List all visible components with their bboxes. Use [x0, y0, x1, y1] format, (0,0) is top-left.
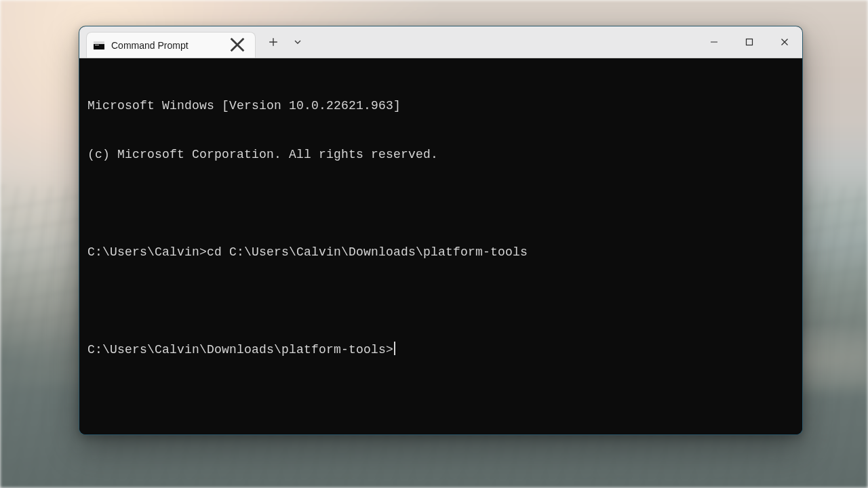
blank-line — [87, 293, 794, 309]
banner-line-2: (c) Microsoft Corporation. All rights re… — [87, 146, 794, 163]
tab-actions — [256, 26, 310, 58]
tab-command-prompt[interactable]: Command Prompt — [86, 32, 256, 58]
terminal-viewport[interactable]: Microsoft Windows [Version 10.0.22621.96… — [79, 58, 802, 434]
prompt-2: C:\Users\Calvin\Downloads\platform-tools… — [87, 343, 393, 357]
titlebar-drag-region[interactable] — [310, 26, 696, 58]
banner-line-1: Microsoft Windows [Version 10.0.22621.96… — [87, 98, 794, 114]
tab-dropdown-button[interactable] — [285, 26, 310, 58]
window-caption-buttons — [696, 26, 802, 58]
command-line-1: C:\Users\Calvin>cd C:\Users\Calvin\Downl… — [87, 244, 794, 260]
close-tab-icon[interactable] — [228, 35, 247, 56]
terminal-window: Command Prompt — [79, 26, 803, 435]
window-titlebar[interactable]: Command Prompt — [79, 26, 802, 58]
blank-line — [87, 195, 794, 211]
prompt-1: C:\Users\Calvin> — [87, 245, 207, 259]
minimize-button[interactable] — [696, 26, 732, 58]
new-tab-button[interactable] — [261, 26, 285, 58]
svg-rect-0 — [747, 39, 753, 45]
close-window-button[interactable] — [767, 26, 802, 58]
text-cursor — [394, 342, 395, 355]
typed-command-1: cd C:\Users\Calvin\Downloads\platform-to… — [207, 245, 528, 259]
command-line-2: C:\Users\Calvin\Downloads\platform-tools… — [87, 342, 794, 358]
cmd-icon — [94, 41, 104, 49]
tab-title: Command Prompt — [111, 40, 228, 51]
tab-strip: Command Prompt — [79, 26, 256, 58]
maximize-button[interactable] — [732, 26, 767, 58]
